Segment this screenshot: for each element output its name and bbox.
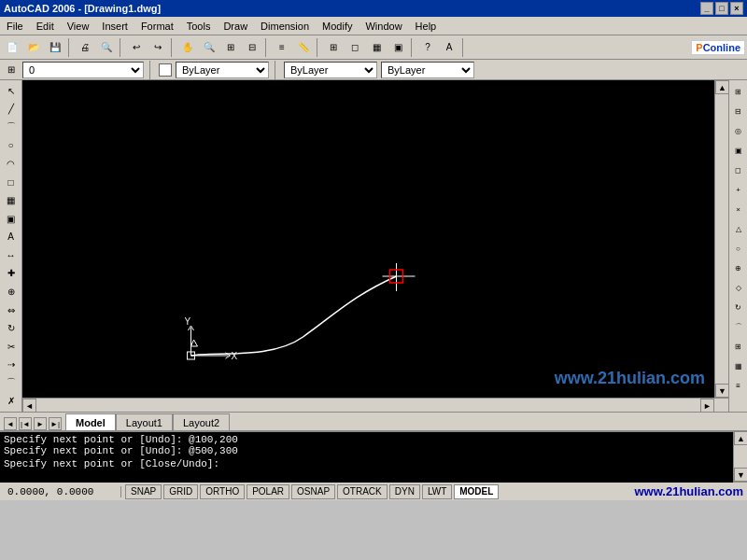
tb-zoom-prev[interactable]: ⊟ — [242, 37, 262, 58]
menu-file[interactable]: File — [0, 17, 30, 35]
minimize-button[interactable]: _ — [700, 2, 713, 15]
lt-hatch[interactable]: ▦ — [2, 191, 21, 209]
lt-trim[interactable]: ✂ — [2, 338, 21, 356]
tb-render[interactable]: ▣ — [388, 37, 408, 58]
rt-btn8[interactable]: △ — [729, 219, 748, 238]
tb-undo[interactable]: ↩ — [126, 37, 147, 58]
close-button[interactable]: × — [730, 2, 743, 15]
tb-text[interactable]: A — [439, 37, 459, 58]
grid-btn[interactable]: GRID — [163, 484, 198, 499]
lt-mirror[interactable]: ⇔ — [2, 301, 21, 319]
tb-redo[interactable]: ↪ — [148, 37, 168, 58]
rt-btn6[interactable]: + — [729, 180, 748, 199]
scroll-left-btn[interactable]: ◄ — [22, 399, 36, 413]
tab-first-btn[interactable]: |◄ — [19, 417, 32, 430]
menu-help[interactable]: Help — [409, 17, 444, 35]
lt-erase[interactable]: ✗ — [2, 393, 21, 411]
rt-btn7[interactable]: × — [729, 200, 748, 218]
tb-pan[interactable]: ✋ — [177, 37, 198, 58]
otrack-btn[interactable]: OTRACK — [337, 484, 388, 499]
tab-layout1[interactable]: Layout1 — [116, 413, 173, 430]
lt-rect[interactable]: □ — [2, 174, 21, 191]
tab-next-btn[interactable]: ► — [34, 417, 47, 430]
maximize-button[interactable]: □ — [715, 2, 728, 15]
tab-prev-btn[interactable]: ◄ — [4, 417, 17, 430]
tb-help-btn[interactable]: ? — [417, 37, 438, 58]
linetype-dropdown[interactable]: ByLayer — [284, 62, 377, 78]
tb-zoom[interactable]: 🔍 — [199, 37, 219, 58]
tb-print[interactable]: 🖨 — [75, 37, 95, 58]
menu-window[interactable]: Window — [359, 17, 408, 35]
scroll-track-v[interactable] — [715, 94, 728, 384]
layer-dropdown[interactable]: 0 — [22, 62, 144, 78]
lt-polyline[interactable]: ⌒ — [2, 119, 21, 136]
scroll-track-h[interactable] — [36, 399, 700, 412]
snap-btn[interactable]: SNAP — [125, 484, 162, 499]
menu-edit[interactable]: Edit — [30, 17, 61, 35]
lt-arc[interactable]: ◠ — [2, 155, 21, 173]
color-icon[interactable] — [159, 63, 172, 77]
rt-btn12[interactable]: ↻ — [729, 298, 748, 316]
lt-block[interactable]: ▣ — [2, 210, 21, 228]
cmd-scroll-track[interactable] — [734, 445, 747, 468]
rt-btn14[interactable]: ⊞ — [729, 337, 748, 356]
rt-btn11[interactable]: ◇ — [729, 278, 748, 297]
rt-btn16[interactable]: ≡ — [729, 376, 748, 395]
lt-pick[interactable]: ↖ — [2, 82, 21, 100]
tb-3d[interactable]: ◻ — [345, 37, 365, 58]
menu-draw[interactable]: Draw — [217, 17, 254, 35]
rt-btn1[interactable]: ⊞ — [729, 82, 748, 101]
rt-btn9[interactable]: ○ — [729, 239, 748, 258]
tb-open[interactable]: 📂 — [23, 37, 44, 58]
rt-btn13[interactable]: ⌒ — [729, 317, 748, 336]
tb-match[interactable]: ≡ — [272, 37, 292, 58]
rt-btn3[interactable]: ◎ — [729, 121, 748, 140]
tab-last-btn[interactable]: ►| — [49, 417, 62, 430]
command-input[interactable] — [219, 458, 729, 469]
polar-btn[interactable]: POLAR — [247, 484, 289, 499]
layer-manager-btn[interactable]: ⊞ — [4, 63, 19, 77]
lt-text[interactable]: A — [2, 229, 21, 246]
model-btn[interactable]: MODEL — [454, 484, 499, 499]
color-dropdown[interactable]: ByLayer — [176, 62, 269, 78]
tb-grid-view[interactable]: ⊞ — [323, 37, 344, 58]
lt-extend[interactable]: ⇢ — [2, 356, 21, 373]
scroll-right-btn[interactable]: ► — [700, 399, 714, 413]
tb-preview[interactable]: 🔍 — [96, 37, 117, 58]
lineweight-dropdown[interactable]: ByLayer — [381, 62, 474, 78]
menu-tools[interactable]: Tools — [180, 17, 218, 35]
osnap-btn[interactable]: OSNAP — [291, 484, 335, 499]
drawing-canvas[interactable]: Y X www.21hulian.com — [22, 80, 714, 398]
menu-insert[interactable]: Insert — [95, 17, 134, 35]
tb-zoom-win[interactable]: ⊞ — [220, 37, 241, 58]
lwt-btn[interactable]: LWT — [422, 484, 452, 499]
rt-btn2[interactable]: ⊟ — [729, 102, 748, 120]
menu-view[interactable]: View — [61, 17, 96, 35]
cmd-scroll-up[interactable]: ▲ — [734, 431, 747, 445]
tb-dist[interactable]: 📏 — [293, 37, 314, 58]
scroll-up-btn[interactable]: ▲ — [715, 80, 729, 94]
menu-dimension[interactable]: Dimension — [254, 17, 316, 35]
dyn-btn[interactable]: DYN — [389, 484, 420, 499]
lt-line[interactable]: ╱ — [2, 101, 21, 119]
lt-dim[interactable]: ↔ — [2, 246, 21, 264]
website-link[interactable]: www.21hulian.com — [634, 484, 747, 498]
ortho-btn[interactable]: ORTHO — [200, 484, 245, 499]
tab-model[interactable]: Model — [65, 413, 116, 430]
lt-rotate[interactable]: ↻ — [2, 319, 21, 337]
tb-new[interactable]: 📄 — [2, 37, 22, 58]
lt-copy[interactable]: ⊕ — [2, 283, 21, 301]
menu-format[interactable]: Format — [134, 17, 180, 35]
lt-fillet[interactable]: ⌒ — [2, 374, 21, 392]
tb-shade[interactable]: ▦ — [366, 37, 387, 58]
rt-btn10[interactable]: ⊕ — [729, 259, 748, 277]
lt-move[interactable]: ✚ — [2, 265, 21, 283]
cmd-scroll-down[interactable]: ▼ — [734, 468, 747, 482]
tab-layout2[interactable]: Layout2 — [173, 413, 230, 430]
rt-btn4[interactable]: ▣ — [729, 141, 748, 160]
menu-modify[interactable]: Modify — [316, 17, 359, 35]
tb-save[interactable]: 💾 — [45, 37, 65, 58]
lt-circle[interactable]: ○ — [2, 137, 21, 155]
scroll-down-btn[interactable]: ▼ — [715, 384, 729, 398]
rt-btn5[interactable]: ◻ — [729, 161, 748, 179]
